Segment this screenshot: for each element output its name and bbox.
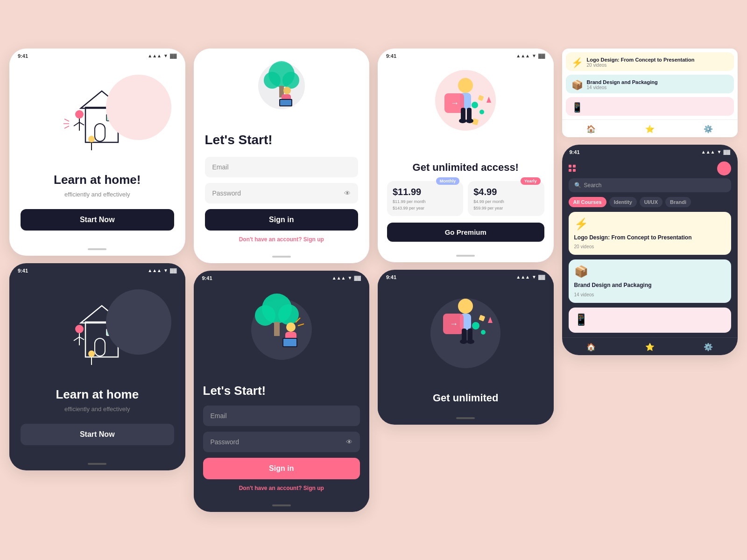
eye-icon-dark: 👁 <box>346 438 352 446</box>
svg-point-36 <box>255 305 275 326</box>
home-nav-icon[interactable]: 🏠 <box>586 343 596 351</box>
top-course-icon-2: 📦 <box>571 79 583 91</box>
bg-circle <box>106 75 171 140</box>
search-bar[interactable]: 🔍 Search <box>569 178 732 192</box>
status-icons-1: ▲▲▲ ▼ ▓▓ <box>148 53 176 58</box>
top-course-1-info: Logo Design: From Concept to Presentatio… <box>587 57 695 68</box>
svg-rect-42 <box>283 339 296 346</box>
course-brand-design[interactable]: 📦 Brand Design and Packaging 14 videos <box>569 259 732 303</box>
course-mobile[interactable]: 📱 <box>569 308 732 333</box>
course-brand-title: Brand Design and Packaging <box>574 282 726 289</box>
filter-all-courses[interactable]: All Courses <box>569 197 606 207</box>
filter-tabs: All Courses Identity UI/UX Brandi <box>562 197 738 212</box>
time-1: 9:41 <box>18 53 28 59</box>
svg-line-7 <box>79 122 84 125</box>
card-access-dark: 9:41 ▲▲▲ ▼ ▓▓ → <box>378 270 554 425</box>
course-logo-videos: 20 videos <box>574 244 726 249</box>
svg-rect-38 <box>274 322 280 336</box>
home-indicator-dark-1 <box>88 463 106 465</box>
svg-rect-51 <box>478 95 484 101</box>
courses-header <box>562 157 738 178</box>
top-course-icon-3: 📱 <box>571 102 583 113</box>
pricing-row: Monthly $11.99 $11.99 per month $143.99 … <box>387 181 544 216</box>
signup-text-light: Don't have an account? Sign up <box>205 236 359 243</box>
svg-point-39 <box>286 322 296 332</box>
course-mobile-icon: 📱 <box>574 313 726 326</box>
email-field-dark[interactable]: Email <box>203 406 360 426</box>
yearly-badge: Yearly <box>521 177 541 185</box>
password-field-light[interactable]: Password 👁 <box>205 183 359 203</box>
filter-branding[interactable]: Brandi <box>665 197 691 207</box>
svg-point-68 <box>460 339 467 344</box>
access-dark-heading: Get unlimited <box>387 392 544 404</box>
card-learn-home-light: 9:41 ▲▲▲ ▼ ▓▓ <box>9 49 185 256</box>
access-dark-illustration: → <box>378 282 554 385</box>
filter-identity[interactable]: Identity <box>609 197 637 207</box>
star-nav-icon-top[interactable]: ⭐ <box>645 125 655 133</box>
time-courses: 9:41 <box>570 149 580 155</box>
svg-point-50 <box>479 110 484 114</box>
course-logo-design[interactable]: ⚡ Logo Design: From Concept to Presentat… <box>569 212 732 255</box>
top-course-2-info: Brand Design and Packaging 14 videos <box>587 79 658 90</box>
svg-point-63 <box>481 330 486 335</box>
svg-line-14 <box>64 126 69 128</box>
access-light-content: Get unlimited access! Monthly $11.99 $11… <box>378 154 554 251</box>
signin-button-dark[interactable]: Sign in <box>203 458 360 479</box>
svg-text:→: → <box>450 319 458 329</box>
svg-point-62 <box>472 322 479 329</box>
yearly-plan: Yearly $4.99 $4.99 per month $59.99 per … <box>468 181 544 216</box>
yearly-per-month: $4.99 per month <box>473 199 538 204</box>
access-illustration: → <box>423 68 507 147</box>
access-dark-svg: → <box>423 287 507 380</box>
top-course-1-videos: 20 videos <box>587 63 695 68</box>
bg-circle-dark <box>106 289 171 355</box>
card-access-light: 9:41 ▲▲▲ ▼ ▓▓ → <box>378 49 554 262</box>
top-course-brand: 📦 Brand Design and Packaging 14 videos <box>566 75 734 93</box>
start-now-dark-button[interactable]: Start Now <box>21 424 174 445</box>
svg-marker-52 <box>486 97 491 103</box>
learn-home-dark-subtitle: efficiently and effectively <box>21 406 174 413</box>
status-bar-dark-1: 9:41 ▲▲▲ ▼ ▓▓ <box>9 263 185 275</box>
status-bar-access: 9:41 ▲▲▲ ▼ ▓▓ <box>378 49 554 61</box>
user-avatar[interactable] <box>717 161 731 175</box>
home-indicator-2 <box>272 256 291 258</box>
monthly-per-year: $143.99 per year <box>393 206 458 210</box>
svg-point-58 <box>458 299 473 314</box>
home-indicator-dark-3 <box>456 417 475 419</box>
card-learn-home-dark: 9:41 ▲▲▲ ▼ ▓▓ <box>9 263 185 470</box>
top-course-2-title: Brand Design and Packaging <box>587 79 658 85</box>
course-brand-videos: 14 videos <box>574 292 726 297</box>
gear-nav-icon-top[interactable]: ⚙️ <box>704 125 713 133</box>
gear-nav-icon[interactable]: ⚙️ <box>704 343 713 351</box>
password-field-dark[interactable]: Password 👁 <box>203 432 360 452</box>
home-nav-icon-top[interactable]: 🏠 <box>586 125 596 133</box>
learn-home-subtitle: efficiently and effectively <box>21 191 174 198</box>
filter-ui-ux[interactable]: UI/UX <box>640 197 662 207</box>
status-bar-login-dark: 9:41 ▲▲▲ ▼ ▓▓ <box>194 271 370 283</box>
monthly-per-month: $11.99 per month <box>393 199 458 204</box>
status-bar-1: 9:41 ▲▲▲ ▼ ▓▓ <box>9 49 185 61</box>
start-now-button[interactable]: Start Now <box>21 209 174 231</box>
grid-icon <box>569 165 576 172</box>
star-nav-icon[interactable]: ⭐ <box>645 343 655 351</box>
signup-text-dark: Don't have an account? Sign up <box>203 485 360 491</box>
home-indicator-3 <box>456 255 475 257</box>
signin-button-light[interactable]: Sign in <box>205 209 359 231</box>
login-illustration-top <box>194 49 370 123</box>
svg-line-6 <box>74 122 79 126</box>
monthly-badge: Monthly <box>436 177 460 185</box>
svg-line-12 <box>64 119 69 121</box>
time-login-dark: 9:41 <box>202 275 212 281</box>
time-dark-1: 9:41 <box>18 268 28 273</box>
access-dark-content: Get unlimited <box>378 385 554 413</box>
home-indicator-dark-2 <box>272 504 291 506</box>
card1-illustration <box>9 61 185 163</box>
top-bottom-nav: 🏠 ⭐ ⚙️ <box>562 119 738 137</box>
bottom-nav-courses: 🏠 ⭐ ⚙️ <box>562 337 738 355</box>
login-dark-heading: Let's Start! <box>203 384 360 398</box>
go-premium-button[interactable]: Go Premium <box>387 223 544 242</box>
card2-content: Let's Start! Email Password 👁 Sign in Do… <box>194 123 370 252</box>
card-login-dark: 9:41 ▲▲▲ ▼ ▓▓ <box>194 271 370 512</box>
svg-point-45 <box>458 78 473 93</box>
email-field-light[interactable]: Email <box>205 157 359 177</box>
